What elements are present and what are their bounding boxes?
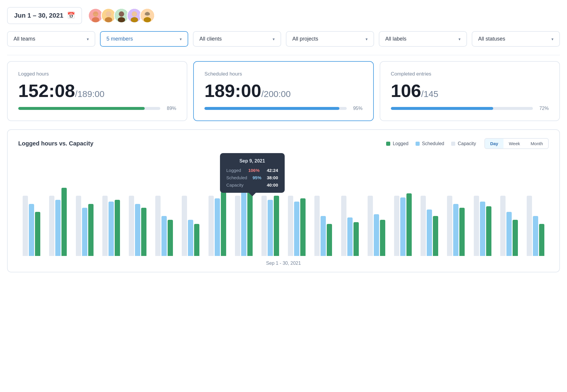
bar-logged <box>141 208 146 256</box>
view-week-button[interactable]: Week <box>503 139 525 148</box>
bar-logged <box>115 200 120 256</box>
bar-group[interactable] <box>522 156 549 256</box>
bar-group[interactable] <box>390 156 416 256</box>
bar-logged <box>327 224 332 256</box>
svg-point-2 <box>92 17 99 22</box>
bar-logged <box>380 220 385 256</box>
svg-point-7 <box>106 11 111 17</box>
bar-group[interactable] <box>469 156 496 256</box>
bar-scheduled <box>268 200 273 256</box>
bar-group[interactable] <box>284 156 310 256</box>
bar-scheduled <box>241 192 246 256</box>
bar-scheduled <box>506 212 512 256</box>
bar-logged <box>300 198 306 256</box>
bar-scheduled <box>453 204 458 256</box>
progress-bar-logged <box>18 107 160 110</box>
bar-group[interactable] <box>124 156 151 256</box>
bar-scheduled <box>321 216 326 256</box>
stat-value-scheduled: 189:00/200:00 <box>204 82 362 100</box>
bar-logged <box>194 224 199 256</box>
divider <box>7 55 560 55</box>
filter-clients[interactable]: All clients ▾ <box>193 31 281 47</box>
tooltip-date: Sep 9, 2021 <box>226 158 278 164</box>
bar-group[interactable] <box>151 156 177 256</box>
progress-fill-logged <box>18 107 145 110</box>
bar-logged <box>35 212 40 256</box>
tooltip-row-logged: Logged 106% 42:24 <box>226 168 278 173</box>
progress-fill-completed <box>391 107 493 110</box>
stat-label-logged: Logged hours <box>18 71 176 77</box>
bar-capacity <box>49 196 54 256</box>
tooltip-row-capacity: Capacity 40:00 <box>226 182 278 187</box>
bar-logged <box>539 224 544 256</box>
bar-scheduled <box>294 202 299 256</box>
bar-logged <box>486 206 491 256</box>
svg-point-11 <box>119 11 124 17</box>
tooltip-pct-scheduled: 95% <box>253 175 261 180</box>
progress-pct-logged: 89% <box>164 106 176 111</box>
bar-capacity <box>500 196 506 256</box>
chevron-down-icon: ▾ <box>458 37 461 41</box>
date-range-button[interactable]: Jun 1 – 30, 2021 📅 <box>7 7 82 24</box>
progress-pct-completed: 72% <box>537 106 549 111</box>
bar-group[interactable] <box>363 156 390 256</box>
legend-label-scheduled: Scheduled <box>422 141 444 146</box>
filter-teams[interactable]: All teams ▾ <box>7 31 95 47</box>
filter-projects-label: All projects <box>292 36 318 42</box>
filter-labels-label: All labels <box>385 36 406 42</box>
chart-tooltip: Sep 9, 2021 Logged 106% 42:24 Scheduled … <box>220 153 285 193</box>
chevron-down-icon: ▾ <box>366 37 368 41</box>
chevron-down-icon: ▾ <box>87 37 89 41</box>
filter-projects[interactable]: All projects ▾ <box>286 31 374 47</box>
bar-capacity <box>447 196 452 256</box>
legend-dot-scheduled <box>416 142 420 146</box>
progress-bar-scheduled <box>204 107 346 110</box>
bar-scheduled <box>82 208 87 256</box>
bar-capacity <box>129 196 134 256</box>
svg-point-18 <box>144 17 151 22</box>
svg-point-14 <box>131 17 138 22</box>
bar-group[interactable] <box>45 156 71 256</box>
bar-capacity <box>182 196 187 256</box>
bar-group[interactable] <box>71 156 98 256</box>
bar-scheduled <box>347 217 353 256</box>
stat-card-scheduled: Scheduled hours 189:00/200:00 95% <box>193 61 373 121</box>
bar-capacity <box>341 196 346 256</box>
chart-controls: Logged Scheduled Capacity Day Week Month <box>386 138 549 149</box>
filter-labels[interactable]: All labels ▾ <box>379 31 467 47</box>
chart-section: Logged hours vs. Capacity Logged Schedul… <box>7 129 560 272</box>
bar-group[interactable] <box>98 156 124 256</box>
bar-capacity <box>76 196 81 256</box>
bar-capacity <box>23 196 28 256</box>
chevron-down-icon: ▾ <box>551 37 553 41</box>
bar-group[interactable] <box>310 156 336 256</box>
bar-scheduled <box>374 214 379 256</box>
bar-group[interactable] <box>416 156 443 256</box>
view-day-button[interactable]: Day <box>485 139 504 148</box>
tooltip-val-scheduled: 38:00 <box>267 175 278 180</box>
bar-group[interactable] <box>18 156 45 256</box>
chevron-down-icon: ▾ <box>273 37 275 41</box>
progress-row-completed: 72% <box>391 106 549 111</box>
bar-logged <box>221 192 226 256</box>
filter-statuses[interactable]: All statuses ▾ <box>472 31 560 47</box>
legend-dot-capacity <box>451 142 455 146</box>
tooltip-val-capacity: 40:00 <box>267 182 278 187</box>
bar-scheduled <box>400 197 406 256</box>
bar-capacity <box>155 196 161 256</box>
bar-logged <box>513 220 518 256</box>
bar-group[interactable] <box>496 156 522 256</box>
tooltip-label-logged: Logged <box>226 168 241 173</box>
avatar-group <box>88 8 155 23</box>
bar-capacity <box>474 196 479 256</box>
bar-group[interactable] <box>443 156 469 256</box>
tooltip-pct-logged: 106% <box>248 168 259 173</box>
avatar[interactable] <box>140 8 155 23</box>
bar-group[interactable] <box>177 156 204 256</box>
view-month-button[interactable]: Month <box>525 139 548 148</box>
chart-area: Sep 9, 2021 Logged 106% 42:24 Scheduled … <box>18 156 549 256</box>
svg-point-15 <box>132 11 137 17</box>
bar-group[interactable] <box>336 156 363 256</box>
filter-members[interactable]: 5 members ▾ <box>100 31 188 47</box>
chart-legend: Logged Scheduled Capacity <box>386 141 476 146</box>
